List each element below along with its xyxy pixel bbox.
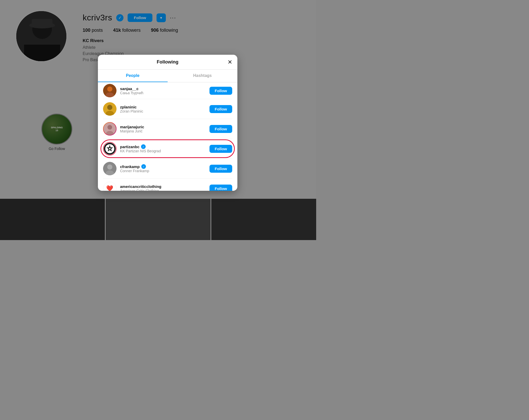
spalding-text: SPALDING13 [51, 126, 63, 132]
svg-point-19 [109, 148, 111, 149]
follow-button-zplaninic[interactable]: Follow [209, 105, 232, 113]
verified-badge: ✓ [116, 14, 123, 21]
followers-stat[interactable]: 41k followers [113, 28, 141, 33]
svg-point-10 [107, 105, 112, 110]
svg-point-21 [107, 164, 112, 170]
item-info-marijanajuric: marijanajuric Marijana Jurić [120, 125, 206, 133]
item-username-cfrankamp: cfrankamp [120, 164, 140, 169]
item-username-americancritic: americancriticclothing [120, 184, 161, 189]
avatar-sanjaa [103, 84, 116, 97]
list-item-americancritic: ❤️ americancriticclothing American Criti… [98, 179, 237, 191]
chevron-down-icon: ▾ [160, 15, 162, 20]
svg-point-13 [107, 125, 112, 130]
modal-header: Following ✕ [98, 55, 237, 70]
item-info-zplaninic: zplaninic Zoran Planinic [120, 105, 206, 113]
following-stat[interactable]: 906 following [151, 28, 178, 33]
avatar-partizanbc [103, 142, 116, 155]
follow-button[interactable]: Follow [128, 13, 152, 22]
username-row: kcriv3rs ✓ Follow ▾ ··· [83, 13, 301, 22]
list-item-marijanajuric: marijanajuric Marijana Jurić Follow [98, 119, 237, 139]
item-username-partizanbc: partizanbc [120, 145, 139, 149]
follow-button-americancritic[interactable]: Follow [209, 185, 232, 191]
go-follow-label: Go Follow [41, 147, 72, 151]
verified-icon-partizanbc: ✓ [141, 144, 146, 149]
grid-cell-2[interactable] [106, 199, 211, 240]
username: kcriv3rs [83, 13, 112, 22]
more-options-button[interactable]: ··· [170, 14, 176, 21]
verified-icon-cfrankamp: ✓ [141, 164, 146, 169]
following-modal: Following ✕ People Hashtags sanjaa__c Са… [98, 55, 237, 191]
bio-line-1: Athlete [83, 44, 301, 51]
modal-title: Following [157, 59, 178, 65]
item-info-partizanbc: partizanbc ✓ KK Partizan NIS Beograd [120, 144, 206, 153]
item-displayname-zplaninic: Zoran Planinic [120, 109, 206, 113]
item-username-marijanajuric: marijanajuric [120, 125, 144, 129]
tab-hashtags[interactable]: Hashtags [168, 70, 237, 82]
list-item-zplaninic: zplaninic Zoran Planinic Follow [98, 99, 237, 119]
follow-button-sanjaa[interactable]: Follow [209, 87, 232, 95]
item-displayname-partizanbc: KK Partizan NIS Beograd [120, 149, 206, 153]
item-username-zplaninic: zplaninic [120, 105, 137, 109]
svg-rect-5 [32, 19, 52, 27]
spalding-section: SPALDING13 Go Follow [41, 114, 72, 151]
grid-cell-1[interactable] [0, 199, 105, 240]
following-list[interactable]: sanjaa__c Сања Ђурчић Follow zplaninic Z… [98, 82, 237, 191]
avatar-image [16, 11, 66, 61]
modal-tabs: People Hashtags [98, 70, 237, 82]
item-info-americancritic: americancriticclothing American Critic C… [120, 184, 206, 191]
avatar-americancritic: ❤️ [103, 182, 116, 191]
item-info-sanjaa: sanjaa__c Сања Ђурчић [120, 86, 206, 95]
tab-people[interactable]: People [98, 70, 168, 82]
follow-button-marijanajuric[interactable]: Follow [209, 125, 232, 133]
item-displayname-sanjaa: Сања Ђурчић [120, 91, 206, 95]
avatar-cfrankamp [103, 162, 116, 175]
item-username-sanjaa: sanjaa__c [120, 86, 139, 91]
item-displayname-cfrankamp: Conner Frankamp [120, 169, 206, 173]
avatar-zplaninic [103, 102, 116, 116]
follow-button-cfrankamp[interactable]: Follow [209, 165, 232, 173]
photo-grid [0, 199, 316, 240]
posts-stat: 100 posts [83, 28, 103, 33]
follow-button-partizanbc[interactable]: Follow [209, 145, 232, 153]
avatar-marijanajuric [103, 122, 116, 136]
stats-row: 100 posts 41k followers 906 following [83, 28, 301, 33]
list-item-partizanbc: partizanbc ✓ KK Partizan NIS Beograd Fol… [98, 139, 237, 159]
grid-cell-3[interactable] [211, 199, 316, 240]
heart-icon: ❤️ [106, 185, 113, 191]
svg-rect-3 [24, 45, 60, 61]
dropdown-button[interactable]: ▾ [157, 13, 166, 22]
item-info-cfrankamp: cfrankamp ✓ Conner Frankamp [120, 164, 206, 173]
item-displayname-americancritic: American Critic Clothing [120, 189, 206, 191]
display-name: KC Rivers [83, 38, 301, 43]
svg-point-7 [107, 86, 112, 92]
item-displayname-marijanajuric: Marijana Jurić [120, 129, 206, 133]
modal-close-button[interactable]: ✕ [228, 59, 232, 65]
spalding-ball: SPALDING13 [41, 114, 72, 145]
list-item-cfrankamp: cfrankamp ✓ Conner Frankamp Follow [98, 159, 237, 178]
list-item-sanjaa: sanjaa__c Сања Ђурчић Follow [98, 82, 237, 99]
profile-avatar [15, 10, 67, 62]
